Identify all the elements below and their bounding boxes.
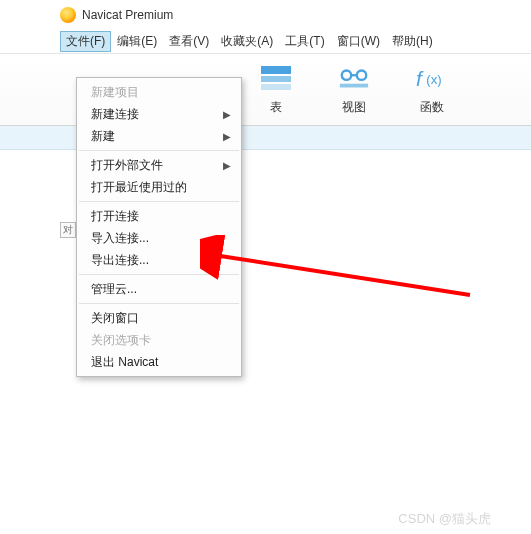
- menu-view[interactable]: 查看(V): [163, 31, 215, 52]
- svg-text:(x): (x): [426, 72, 441, 87]
- menu-help[interactable]: 帮助(H): [386, 31, 439, 52]
- menu-file[interactable]: 文件(F): [60, 31, 111, 52]
- annotation-arrow-icon: [200, 235, 480, 305]
- dd-manage-cloud[interactable]: 管理云...: [77, 278, 241, 300]
- table-icon: [260, 63, 292, 95]
- side-collapsed-tab[interactable]: 对: [60, 222, 76, 238]
- svg-point-4: [357, 71, 366, 80]
- svg-point-3: [342, 71, 351, 80]
- svg-rect-2: [261, 84, 291, 90]
- svg-rect-6: [340, 84, 368, 88]
- dd-open-recent[interactable]: 打开最近使用过的: [77, 176, 241, 198]
- svg-text:f: f: [416, 67, 424, 90]
- app-title: Navicat Premium: [82, 8, 173, 22]
- title-bar: Navicat Premium: [0, 0, 531, 30]
- dd-new[interactable]: 新建▶: [77, 125, 241, 147]
- svg-line-10: [214, 255, 470, 295]
- watermark: CSDN @猫头虎: [398, 510, 491, 528]
- dd-close-window[interactable]: 关闭窗口: [77, 307, 241, 329]
- function-icon: f(x): [416, 63, 448, 95]
- view-icon: [338, 63, 370, 95]
- chevron-right-icon: ▶: [223, 109, 231, 120]
- separator: [79, 303, 239, 304]
- toolbar-table-button[interactable]: 表: [250, 63, 302, 116]
- chevron-right-icon: ▶: [223, 160, 231, 171]
- toolbar-table-label: 表: [270, 99, 282, 116]
- toolbar-function-button[interactable]: f(x) 函数: [406, 63, 458, 116]
- dd-import-connection[interactable]: 导入连接...: [77, 227, 241, 249]
- toolbar-view-label: 视图: [342, 99, 366, 116]
- app-icon: [60, 7, 76, 23]
- separator: [79, 274, 239, 275]
- dd-open-connection[interactable]: 打开连接: [77, 205, 241, 227]
- separator: [79, 201, 239, 202]
- menu-bar: 文件(F) 编辑(E) 查看(V) 收藏夹(A) 工具(T) 窗口(W) 帮助(…: [0, 30, 531, 54]
- dd-open-external[interactable]: 打开外部文件▶: [77, 154, 241, 176]
- dd-new-project: 新建项目: [77, 81, 241, 103]
- dd-exit[interactable]: 退出 Navicat: [77, 351, 241, 373]
- separator: [79, 150, 239, 151]
- menu-edit[interactable]: 编辑(E): [111, 31, 163, 52]
- menu-window[interactable]: 窗口(W): [331, 31, 386, 52]
- menu-favorites[interactable]: 收藏夹(A): [215, 31, 279, 52]
- chevron-right-icon: ▶: [223, 131, 231, 142]
- menu-tools[interactable]: 工具(T): [279, 31, 330, 52]
- toolbar-function-label: 函数: [420, 99, 444, 116]
- dd-close-tab: 关闭选项卡: [77, 329, 241, 351]
- dd-new-connection[interactable]: 新建连接▶: [77, 103, 241, 125]
- toolbar-view-button[interactable]: 视图: [328, 63, 380, 116]
- dd-export-connection[interactable]: 导出连接...: [77, 249, 241, 271]
- svg-rect-0: [261, 66, 291, 74]
- svg-rect-1: [261, 76, 291, 82]
- file-dropdown: 新建项目 新建连接▶ 新建▶ 打开外部文件▶ 打开最近使用过的 打开连接 导入连…: [76, 77, 242, 377]
